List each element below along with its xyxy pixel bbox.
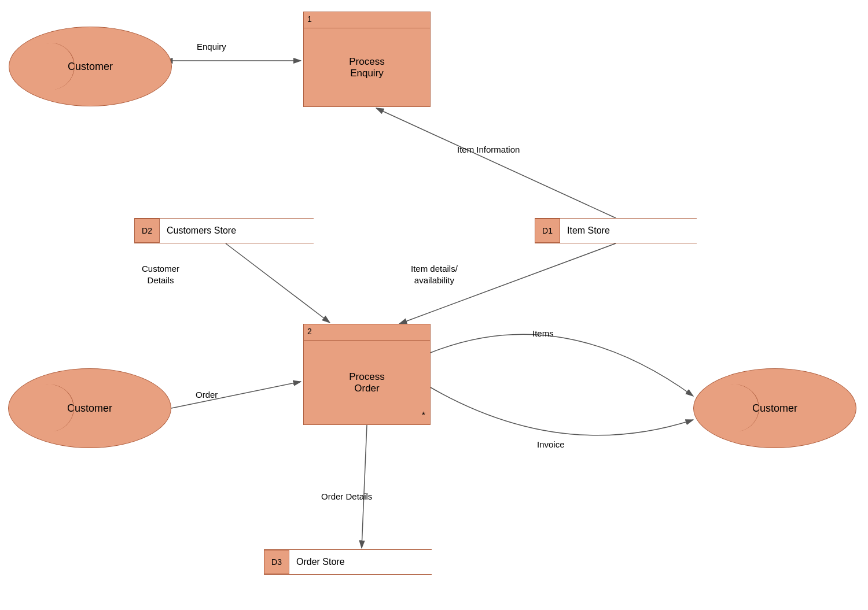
process1-number: 1 bbox=[304, 12, 430, 28]
d1-name: Item Store bbox=[560, 219, 697, 243]
d2-id: D2 bbox=[134, 219, 160, 243]
customer-details-label: CustomerDetails bbox=[142, 263, 179, 286]
customer1-entity: Customer bbox=[9, 27, 172, 106]
process2-number: 2 bbox=[304, 324, 430, 341]
customer1-label: Customer bbox=[68, 61, 113, 73]
process2-asterisk: * bbox=[422, 411, 425, 421]
svg-line-7 bbox=[362, 425, 367, 548]
d1-item-store: D1 Item Store bbox=[535, 218, 697, 243]
d3-name: Order Store bbox=[289, 550, 432, 574]
d3-order-store: D3 Order Store bbox=[264, 549, 432, 575]
order-details-label: Order Details bbox=[321, 491, 372, 501]
process2-label: ProcessOrder * bbox=[304, 341, 430, 424]
customer2-label: Customer bbox=[67, 402, 112, 415]
item-details-label: Item details/availability bbox=[411, 263, 458, 286]
svg-line-3 bbox=[376, 108, 616, 218]
item-information-label: Item Information bbox=[457, 145, 520, 154]
d3-id: D3 bbox=[264, 550, 289, 574]
process2-box: 2 ProcessOrder * bbox=[303, 324, 431, 425]
order-label: Order bbox=[196, 390, 218, 400]
diagram-container: Customer 1 ProcessEnquiry D1 Item Store … bbox=[0, 0, 868, 610]
enquiry-label: Enquiry bbox=[197, 42, 226, 51]
process1-label: ProcessEnquiry bbox=[304, 28, 430, 106]
d1-id: D1 bbox=[535, 219, 560, 243]
d2-name: Customers Store bbox=[160, 219, 314, 243]
process1-box: 1 ProcessEnquiry bbox=[303, 12, 431, 107]
d2-customers-store: D2 Customers Store bbox=[134, 218, 314, 243]
invoice-label: Invoice bbox=[537, 439, 565, 449]
items-label: Items bbox=[532, 328, 554, 338]
svg-line-4 bbox=[226, 243, 330, 323]
customer2-entity: Customer bbox=[8, 368, 171, 448]
customer3-label: Customer bbox=[752, 402, 797, 415]
customer3-entity: Customer bbox=[693, 368, 856, 448]
svg-line-6 bbox=[171, 382, 301, 408]
